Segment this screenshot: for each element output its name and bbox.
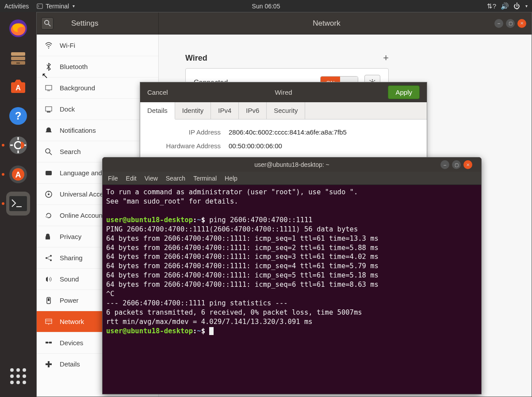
network-status-icon[interactable]: ⇅? (487, 2, 496, 10)
detail-label: IP Address (153, 128, 229, 136)
svg-rect-26 (46, 107, 52, 111)
svg-rect-2 (11, 52, 25, 56)
dock-software[interactable]: A (6, 75, 30, 99)
terminal-menu-file[interactable]: File (108, 175, 118, 182)
sidebar-icon (45, 275, 53, 283)
svg-point-34 (46, 257, 47, 259)
svg-point-23 (48, 48, 49, 49)
svg-rect-40 (48, 298, 50, 301)
sidebar-item-label: Privacy (60, 233, 81, 240)
settings-search-button[interactable] (41, 17, 54, 30)
svg-text:A: A (15, 170, 21, 179)
terminal-menu-search[interactable]: Search (166, 175, 185, 182)
terminal-menu-view[interactable]: View (145, 175, 158, 182)
tab-identity[interactable]: Identity (175, 102, 211, 119)
cancel-button[interactable]: Cancel (147, 89, 168, 96)
sidebar-item-wi-fi[interactable]: Wi-Fi (37, 35, 158, 56)
terminal-icon (37, 3, 43, 9)
sidebar-item-label: Wi-Fi (60, 42, 75, 49)
dock-terminal[interactable] (6, 192, 30, 216)
tab-security[interactable]: Security (267, 102, 305, 119)
svg-rect-0 (37, 4, 42, 8)
activities-button[interactable]: Activities (4, 3, 29, 10)
system-menu-dropdown-icon[interactable]: ▾ (525, 4, 528, 8)
maximize-button[interactable]: ▢ (506, 19, 515, 28)
svg-rect-27 (47, 112, 50, 112)
dock: A ? A (0, 12, 36, 397)
terminal-titlebar: user@ubuntu18-desktop: ~ – ▢ ✕ (103, 158, 481, 172)
apply-button[interactable]: Apply (388, 85, 420, 99)
sidebar-icon (45, 84, 53, 92)
terminal-minimize-button[interactable]: – (440, 160, 449, 169)
settings-page-title: Network (159, 19, 494, 28)
detail-value: 2806:40c:6002:cccc:8414:a6fe:a8a:7fb5 (229, 128, 347, 136)
minimize-button[interactable]: – (494, 19, 503, 28)
settings-title: Settings (71, 19, 98, 28)
terminal-menubar: FileEditViewSearchTerminalHelp (103, 172, 481, 185)
svg-line-37 (47, 256, 50, 258)
detail-row: IP Address2806:40c:6002:cccc:8414:a6fe:a… (153, 128, 413, 136)
svg-line-57 (374, 80, 375, 81)
svg-point-32 (48, 193, 50, 195)
tab-details[interactable]: Details (140, 102, 175, 119)
app-menu[interactable]: Terminal ▾ (37, 3, 75, 10)
terminal-maximize-button[interactable]: ▢ (452, 160, 461, 169)
svg-rect-3 (11, 57, 25, 60)
clock[interactable]: Sun 06:05 (252, 3, 280, 10)
sidebar-item-label: Details (60, 360, 80, 368)
sidebar-icon (45, 233, 53, 241)
sidebar-icon (45, 339, 53, 347)
detail-label: Hardware Address (153, 142, 229, 150)
svg-point-35 (50, 255, 52, 257)
svg-rect-41 (46, 319, 52, 324)
terminal-close-button[interactable]: ✕ (463, 160, 472, 169)
volume-icon[interactable]: 🔊 (501, 2, 509, 10)
terminal-menu-edit[interactable]: Edit (126, 175, 137, 182)
svg-point-36 (50, 259, 52, 261)
svg-line-54 (370, 80, 371, 81)
gnome-top-panel: Activities Terminal ▾ Sun 06:05 ⇅? 🔊 ⏻ ▾ (0, 0, 532, 12)
wired-section-title: Wired (185, 54, 207, 63)
svg-point-21 (44, 20, 48, 24)
sidebar-item-bluetooth[interactable]: Bluetooth (37, 56, 158, 77)
svg-rect-19 (9, 196, 27, 211)
dock-help[interactable]: ? (6, 104, 30, 128)
sidebar-item-label: Sharing (60, 254, 83, 262)
terminal-menu-terminal[interactable]: Terminal (193, 175, 217, 182)
tab-ipv4[interactable]: IPv4 (211, 102, 239, 119)
wired-dialog: Cancel Wired Apply DetailsIdentityIPv4IP… (140, 82, 427, 168)
add-connection-button[interactable]: + (383, 52, 389, 64)
sidebar-item-label: Notifications (60, 127, 96, 134)
sidebar-icon (45, 297, 53, 304)
dock-apps-grid[interactable] (6, 364, 30, 388)
close-button[interactable]: ✕ (517, 19, 526, 28)
sidebar-item-label: Devices (60, 339, 83, 347)
sidebar-icon (45, 63, 53, 71)
dock-files[interactable] (6, 46, 30, 69)
sidebar-icon (45, 190, 53, 198)
settings-titlebar: Settings Network – ▢ ✕ (37, 12, 532, 35)
terminal-body[interactable]: To run a command as administrator (user … (103, 185, 481, 394)
svg-line-38 (47, 258, 50, 260)
svg-rect-5 (16, 62, 20, 64)
sidebar-icon (45, 41, 53, 49)
dialog-tabs: DetailsIdentityIPv4IPv6Security (140, 102, 427, 119)
sidebar-item-label: Network (60, 318, 84, 325)
sidebar-item-label: Power (60, 297, 79, 304)
terminal-title: user@ubuntu18-desktop: ~ (254, 161, 329, 168)
sidebar-icon (45, 105, 53, 113)
svg-text:A: A (15, 84, 21, 92)
dropdown-icon: ▾ (73, 4, 75, 8)
svg-rect-45 (49, 342, 52, 343)
tab-ipv6[interactable]: IPv6 (239, 102, 267, 119)
terminal-menu-help[interactable]: Help (225, 175, 237, 182)
sidebar-icon (45, 212, 53, 220)
power-icon[interactable]: ⏻ (513, 2, 520, 10)
svg-line-22 (48, 24, 50, 26)
svg-rect-48 (46, 363, 52, 365)
dock-settings-gear[interactable] (6, 133, 30, 157)
dock-updater[interactable]: A (6, 162, 30, 186)
detail-value: 00:50:00:00:06:00 (229, 142, 282, 150)
dock-firefox[interactable] (6, 16, 30, 40)
app-menu-label: Terminal (46, 3, 69, 10)
